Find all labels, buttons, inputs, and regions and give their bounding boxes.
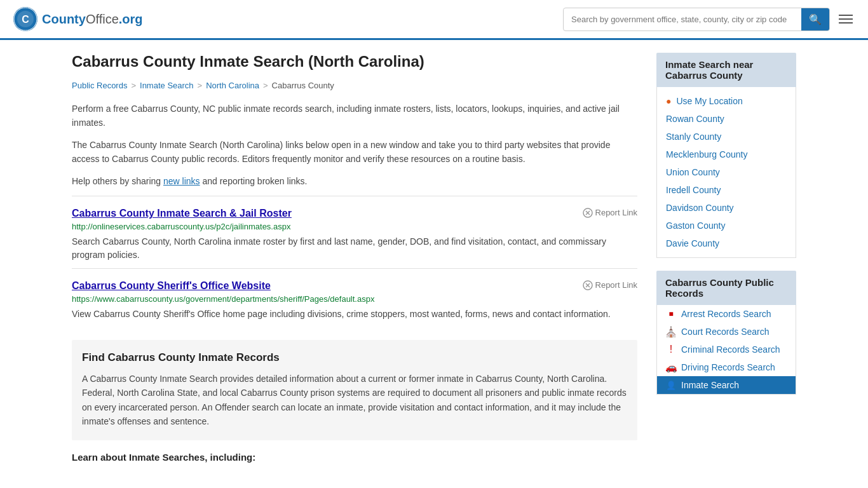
result-desc-2: View Cabarrus County Sheriff's Office ho… [72, 308, 637, 321]
report-icon-1 [583, 208, 593, 218]
nearby-section: Inmate Search near Cabarrus County ● Use… [656, 53, 796, 258]
description-3: Help others by sharing new links and rep… [72, 174, 637, 188]
nearby-item-davie: Davie County [657, 234, 796, 252]
result-item-1: Cabarrus County Inmate Search & Jail Ros… [72, 196, 637, 268]
nearby-item-iredell: Iredell County [657, 181, 796, 199]
location-icon: ● [666, 96, 671, 106]
new-links-link[interactable]: new links [163, 176, 200, 186]
pr-item-driving: 🚗 Driving Records Search [657, 358, 796, 376]
menu-line-1 [839, 15, 853, 16]
inmate-icon: 👤 [666, 380, 676, 390]
result-url-1: http://onlineservices.cabarruscounty.us/… [72, 222, 637, 231]
find-text: A Cabarrus County Inmate Search provides… [82, 372, 627, 429]
driving-icon: 🚗 [666, 362, 676, 372]
nearby-item-mecklenburg: Mecklenburg County [657, 146, 796, 163]
breadcrumb-public-records[interactable]: Public Records [72, 81, 127, 90]
nearby-link-union[interactable]: Union County [666, 167, 720, 177]
search-bar: 🔍 [563, 8, 830, 31]
result-title-2[interactable]: Cabarrus County Sheriff's Office Website [72, 280, 271, 292]
breadcrumb-sep-1: > [131, 81, 136, 90]
nearby-link-stanly[interactable]: Stanly County [666, 132, 721, 142]
logo-text: CountyOffice.org [42, 12, 143, 27]
site-header: C CountyOffice.org 🔍 [0, 0, 868, 40]
nearby-link-davidson[interactable]: Davidson County [666, 203, 734, 213]
pr-item-inmate: 👤 Inmate Search [657, 376, 796, 394]
page-title: Cabarrus County Inmate Search (North Car… [72, 53, 637, 71]
nearby-link-davie[interactable]: Davie County [666, 238, 719, 248]
nearby-item-rowan: Rowan County [657, 110, 796, 128]
learn-title: Learn about Inmate Searches, including: [72, 452, 637, 463]
nearby-item-davidson: Davidson County [657, 199, 796, 217]
menu-button[interactable] [836, 12, 855, 26]
report-link-1[interactable]: Report Link [583, 208, 637, 218]
nearby-item-gaston: Gaston County [657, 217, 796, 234]
description-1: Perform a free Cabarrus County, NC publi… [72, 102, 637, 130]
nearby-list: ● Use My Location Rowan County Stanly Co… [656, 87, 796, 258]
menu-line-2 [839, 18, 853, 20]
result-url-2: https://www.cabarruscounty.us/government… [72, 294, 637, 304]
search-button[interactable]: 🔍 [801, 8, 829, 30]
result-desc-1: Search Cabarrus County, North Carolina i… [72, 235, 637, 262]
main-container: Cabarrus County Inmate Search (North Car… [53, 40, 815, 480]
svg-text:C: C [22, 14, 29, 25]
content-area: Cabarrus County Inmate Search (North Car… [72, 53, 637, 468]
report-icon-2 [583, 280, 593, 290]
sidebar: Inmate Search near Cabarrus County ● Use… [656, 53, 796, 468]
breadcrumb-sep-3: > [263, 81, 268, 90]
pr-link-criminal[interactable]: Criminal Records Search [681, 344, 780, 355]
court-icon: ⛪ [666, 327, 676, 337]
description-2: The Cabarrus County Inmate Search (North… [72, 138, 637, 166]
nearby-item-use-location: ● Use My Location [657, 92, 796, 110]
nearby-item-stanly: Stanly County [657, 128, 796, 146]
breadcrumb-current: Cabarrus County [272, 81, 334, 90]
header-right: 🔍 [563, 8, 855, 31]
nearby-link-mecklenburg[interactable]: Mecklenburg County [666, 149, 747, 159]
pr-item-arrest: ■ Arrest Records Search [657, 305, 796, 323]
breadcrumb-inmate-search[interactable]: Inmate Search [140, 81, 194, 90]
learn-section: Learn about Inmate Searches, including: [72, 452, 637, 463]
report-link-2[interactable]: Report Link [583, 280, 637, 290]
pr-item-criminal: ! Criminal Records Search [657, 341, 796, 358]
breadcrumb: Public Records > Inmate Search > North C… [72, 81, 637, 90]
find-title: Find Cabarrus County Inmate Records [82, 351, 627, 364]
menu-line-3 [839, 22, 853, 24]
breadcrumb-sep-2: > [198, 81, 203, 90]
pr-item-court: ⛪ Court Records Search [657, 323, 796, 341]
find-section: Find Cabarrus County Inmate Records A Ca… [72, 340, 637, 440]
public-records-section: Cabarrus County Public Records ■ Arrest … [656, 271, 796, 395]
arrest-icon: ■ [666, 309, 676, 319]
pr-link-driving[interactable]: Driving Records Search [681, 362, 775, 372]
site-logo-icon: C [13, 6, 38, 32]
result-header-1: Cabarrus County Inmate Search & Jail Ros… [72, 208, 637, 219]
pr-link-court[interactable]: Court Records Search [681, 327, 770, 337]
nearby-header: Inmate Search near Cabarrus County [656, 53, 796, 87]
nearby-link-rowan[interactable]: Rowan County [666, 114, 724, 124]
criminal-icon: ! [666, 344, 676, 355]
public-records-header: Cabarrus County Public Records [656, 271, 796, 305]
pr-link-inmate[interactable]: Inmate Search [681, 380, 739, 390]
breadcrumb-north-carolina[interactable]: North Carolina [206, 81, 259, 90]
search-input[interactable] [564, 10, 801, 29]
result-title-1[interactable]: Cabarrus County Inmate Search & Jail Ros… [72, 208, 292, 219]
nearby-link-use-location[interactable]: Use My Location [676, 96, 742, 106]
nearby-item-union: Union County [657, 163, 796, 181]
result-header-2: Cabarrus County Sheriff's Office Website… [72, 280, 637, 292]
nearby-link-iredell[interactable]: Iredell County [666, 185, 721, 195]
logo-area: C CountyOffice.org [13, 6, 143, 32]
public-records-list: ■ Arrest Records Search ⛪ Court Records … [656, 305, 796, 395]
result-item-2: Cabarrus County Sheriff's Office Website… [72, 268, 637, 327]
pr-link-arrest[interactable]: Arrest Records Search [681, 309, 771, 319]
nearby-link-gaston[interactable]: Gaston County [666, 220, 725, 231]
